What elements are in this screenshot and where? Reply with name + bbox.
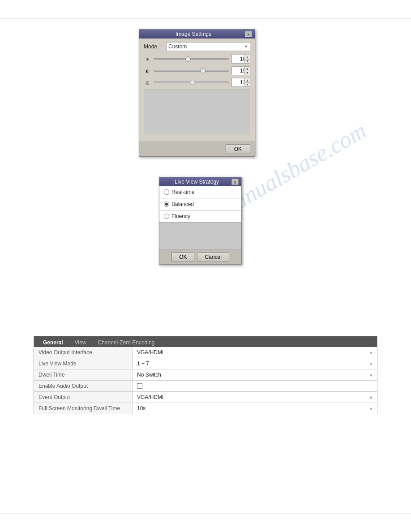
brightness-up[interactable]: ▲ <box>245 55 250 60</box>
full-screen-dwell-time-dropdown-arrow: ∨ <box>369 406 372 411</box>
tab-channel-zero-encoding[interactable]: Channel-Zero Encoding <box>93 338 160 347</box>
balanced-radio[interactable] <box>164 202 169 207</box>
brightness-value[interactable]: 108 ▲ ▼ <box>231 55 250 64</box>
realtime-radio-row[interactable]: Real-time <box>159 186 241 198</box>
table-row: Dwell Time No Switch ∨ <box>34 369 377 381</box>
image-settings-footer: OK <box>139 142 255 156</box>
balanced-label: Balanced <box>171 201 194 207</box>
video-output-dropdown-arrow: ∨ <box>369 350 372 355</box>
brightness-thumb[interactable] <box>185 56 191 62</box>
saturation-slider-row: ◎ 128 ▲ ▼ <box>144 78 250 87</box>
live-view-mode-value: 1 + 7 <box>137 360 149 367</box>
fluency-radio[interactable] <box>164 214 169 219</box>
contrast-down[interactable]: ▼ <box>245 71 250 75</box>
dwell-time-dropdown-arrow: ∨ <box>369 373 372 378</box>
saturation-thumb[interactable] <box>190 80 195 85</box>
contrast-value[interactable]: 151 ▲ ▼ <box>231 66 250 75</box>
settings-value-live-view-mode[interactable]: 1 + 7 ∨ <box>133 358 377 369</box>
event-output-value: VGA/HDMI <box>137 394 163 400</box>
settings-key-live-view-mode: Live View Mode <box>34 358 133 369</box>
brightness-icon: ☀ <box>144 56 151 63</box>
table-row: Full Screen Monitoring Dwell Time 10s ∨ <box>34 403 377 414</box>
mode-value: Custom <box>168 43 187 50</box>
settings-value-event-output[interactable]: VGA/HDMI ∨ <box>133 392 377 403</box>
brightness-track[interactable] <box>154 58 229 60</box>
brightness-slider-row: ☀ 108 ▲ ▼ <box>144 55 250 64</box>
tab-view[interactable]: View <box>69 338 92 347</box>
settings-key-dwell-time: Dwell Time <box>34 369 133 380</box>
settings-value-dwell-time[interactable]: No Switch ∨ <box>133 369 377 380</box>
contrast-thumb[interactable] <box>200 68 206 73</box>
image-settings-dialog: Image Settings x Mode Custom ▼ ☀ 108 ▲ ▼ <box>139 29 255 157</box>
table-row: Video Output Interface VGA/HDMI ∨ <box>34 347 377 358</box>
settings-key-event-output: Event Output <box>34 392 133 403</box>
image-settings-ok-button[interactable]: OK <box>226 144 250 154</box>
live-view-titlebar: Live View Strategy x <box>159 177 241 186</box>
image-settings-close-button[interactable]: x <box>245 31 252 37</box>
saturation-track[interactable] <box>154 82 229 83</box>
mode-select[interactable]: Custom ▼ <box>166 42 250 51</box>
tab-general[interactable]: General <box>38 338 68 347</box>
live-view-dialog: Live View Strategy x Real-time Balanced … <box>159 177 242 265</box>
live-view-footer: OK Cancel <box>159 249 241 264</box>
saturation-up[interactable]: ▲ <box>245 78 250 83</box>
mode-label: Mode <box>144 43 166 50</box>
settings-value-enable-audio-output[interactable] <box>133 381 377 391</box>
table-row: Enable Audio Output <box>34 381 377 392</box>
dwell-time-value: No Switch <box>137 372 161 378</box>
brightness-down[interactable]: ▼ <box>245 60 250 64</box>
contrast-icon: ◐ <box>144 67 151 74</box>
live-view-title: Live View Strategy <box>162 179 231 185</box>
live-view-ok-button[interactable]: OK <box>171 252 194 262</box>
settings-key-full-screen-dwell-time: Full Screen Monitoring Dwell Time <box>34 403 133 414</box>
table-row: Live View Mode 1 + 7 ∨ <box>34 358 377 369</box>
bottom-rule <box>0 514 411 514</box>
saturation-value[interactable]: 128 ▲ ▼ <box>231 78 250 87</box>
live-view-close-button[interactable]: x <box>231 179 239 185</box>
settings-table-container: General View Channel-Zero Encoding Video… <box>34 336 377 414</box>
saturation-spinner[interactable]: ▲ ▼ <box>244 78 250 86</box>
image-settings-body: Mode Custom ▼ ☀ 108 ▲ ▼ ◐ <box>139 39 255 142</box>
settings-key-enable-audio-output: Enable Audio Output <box>34 381 133 391</box>
image-settings-titlebar: Image Settings x <box>139 30 255 39</box>
mode-row: Mode Custom ▼ <box>144 42 250 51</box>
live-view-mode-dropdown-arrow: ∨ <box>369 361 372 366</box>
contrast-up[interactable]: ▲ <box>245 67 250 71</box>
settings-key-video-output: Video Output Interface <box>34 347 133 358</box>
settings-value-video-output[interactable]: VGA/HDMI ∨ <box>133 347 377 358</box>
contrast-track[interactable] <box>154 70 229 72</box>
image-settings-content-area <box>144 90 250 134</box>
top-rule <box>0 18 411 18</box>
saturation-down[interactable]: ▼ <box>245 83 250 87</box>
balanced-radio-row[interactable]: Balanced <box>159 198 241 210</box>
settings-tabs: General View Channel-Zero Encoding <box>34 336 377 347</box>
settings-value-full-screen-dwell-time[interactable]: 10s ∨ <box>133 403 377 414</box>
realtime-label: Real-time <box>171 189 194 195</box>
video-output-value: VGA/HDMI <box>137 349 163 356</box>
contrast-slider-row: ◐ 151 ▲ ▼ <box>144 66 250 75</box>
contrast-spinner[interactable]: ▲ ▼ <box>244 67 250 75</box>
fluency-radio-row[interactable]: Fluency <box>159 210 241 223</box>
full-screen-dwell-time-value: 10s <box>137 405 146 412</box>
fluency-label: Fluency <box>171 213 190 219</box>
mode-dropdown-arrow: ▼ <box>244 44 248 49</box>
live-view-content-area <box>159 223 241 249</box>
realtime-radio[interactable] <box>164 189 169 195</box>
brightness-spinner[interactable]: ▲ ▼ <box>244 55 250 63</box>
enable-audio-output-checkbox[interactable] <box>137 383 142 389</box>
table-row: Event Output VGA/HDMI ∨ <box>34 392 377 403</box>
event-output-dropdown-arrow: ∨ <box>369 395 372 400</box>
image-settings-title: Image Settings <box>142 31 245 37</box>
live-view-cancel-button[interactable]: Cancel <box>197 252 229 262</box>
saturation-icon: ◎ <box>144 79 151 86</box>
